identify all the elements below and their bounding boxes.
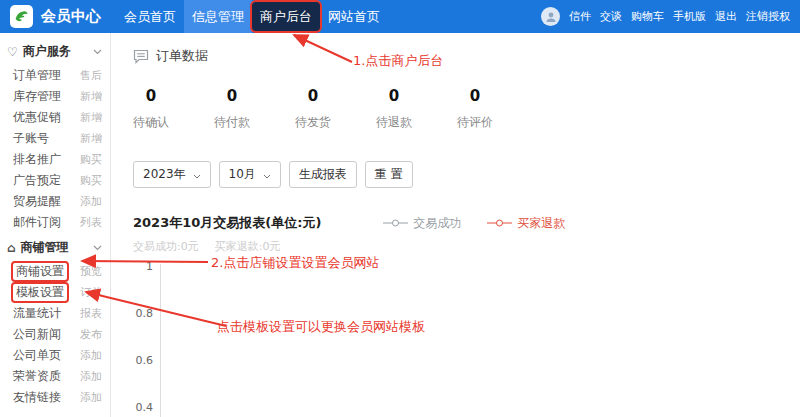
sidebar-item-label: 流量统计 [13, 305, 61, 322]
sidebar-item-2-4[interactable]: 公司新闻发布 [0, 324, 110, 345]
sidebar-item-1-6[interactable]: 广告预定购买 [0, 170, 110, 191]
sidebar-item-2-7[interactable]: 友情链接添加 [0, 387, 110, 408]
sidebar-item-tag[interactable]: 新增 [80, 89, 102, 104]
topbar-link-6[interactable]: 注销授权 [746, 9, 790, 24]
stat-item-4: 0待退款 [376, 87, 412, 131]
stat-value: 0 [376, 87, 412, 105]
sidebar-item-tag[interactable]: 预览 [80, 264, 102, 279]
sidebar-item-1-4[interactable]: 子账号新增 [0, 128, 110, 149]
top-nav-item-1[interactable]: 会员首页 [116, 0, 184, 33]
sidebar-item-tag[interactable]: 报表 [80, 306, 102, 321]
sidebar-item-label: 子账号 [13, 130, 49, 147]
sidebar-item-1-2[interactable]: 库存管理新增 [0, 86, 110, 107]
logo-swoosh-icon [13, 8, 30, 25]
order-data-icon [133, 49, 149, 64]
sidebar-section-header-1[interactable]: ♡商户服务 [0, 37, 110, 65]
sidebar-section-title: 商户服务 [23, 43, 71, 60]
sidebar-section-header-2[interactable]: ⌂商铺管理 [0, 233, 110, 261]
sidebar-item-1-3[interactable]: 优惠促销新增 [0, 107, 110, 128]
shop-icon: ⌂ [7, 242, 16, 254]
stat-label: 待评价 [457, 114, 493, 131]
chart-total-1: 交易成功:0元 [133, 239, 199, 254]
topbar-link-5[interactable]: 退出 [715, 9, 737, 24]
section-title: 订单数据 [156, 47, 208, 65]
y-axis-tick: 1 [133, 260, 153, 273]
stat-label: 待发货 [295, 114, 331, 131]
stat-value: 0 [133, 87, 169, 105]
stat-value: 0 [457, 87, 493, 105]
chart-total-2: 买家退款:0元 [215, 239, 281, 254]
sidebar-item-tag[interactable]: 购买 [80, 152, 102, 167]
sidebar-item-2-5[interactable]: 公司单页添加 [0, 345, 110, 366]
sidebar-item-label: 公司单页 [13, 347, 61, 364]
sidebar-item-1-5[interactable]: 排名推广购买 [0, 149, 110, 170]
year-select-value: 2023年 [143, 166, 186, 183]
topbar-link-3[interactable]: 购物车 [631, 9, 664, 24]
stat-label: 待退款 [376, 114, 412, 131]
logo-icon [10, 5, 33, 28]
sidebar-item-label: 邮件订阅 [13, 214, 61, 231]
chevron-down-icon [93, 245, 102, 251]
year-select[interactable]: 2023年 [133, 161, 211, 188]
order-data-header: 订单数据 [133, 47, 780, 65]
stat-value: 0 [295, 87, 331, 105]
sidebar-item-2-1[interactable]: 商铺设置预览 [0, 261, 110, 282]
sidebar-item-2-6[interactable]: 荣誉资质添加 [0, 366, 110, 387]
sidebar-item-label: 友情链接 [13, 389, 61, 406]
topbar-link-2[interactable]: 交谈 [600, 9, 622, 24]
sidebar-item-tag[interactable]: 添加 [80, 369, 102, 384]
annotation-note-2: 2.点击店铺设置设置会员网站 [211, 254, 379, 272]
stat-value: 0 [214, 87, 250, 105]
person-icon [545, 11, 557, 23]
sidebar-item-label: 订单管理 [13, 67, 61, 84]
chart-legend: 交易成功买家退款 [383, 215, 565, 232]
chart-title: 2023年10月交易报表(单位:元) [133, 214, 321, 232]
chevron-down-icon [93, 49, 102, 55]
sidebar-item-tag[interactable]: 新增 [80, 131, 102, 146]
sidebar-item-1-7[interactable]: 贸易提醒添加 [0, 191, 110, 212]
top-nav: 会员首页信息管理商户后台网站首页 [116, 0, 388, 33]
sidebar-item-tag[interactable]: 添加 [80, 390, 102, 405]
chart-header: 2023年10月交易报表(单位:元) 交易成功买家退款 [133, 214, 780, 232]
y-axis-line [160, 264, 161, 417]
avatar[interactable] [541, 7, 560, 26]
sidebar-item-label: 模板设置 [13, 284, 67, 301]
topbar-link-4[interactable]: 手机版 [673, 9, 706, 24]
legend-mark-icon [487, 218, 512, 228]
stat-label: 待付款 [214, 114, 250, 131]
sidebar-item-label: 贸易提醒 [13, 193, 61, 210]
topbar-link-1[interactable]: 信件 [569, 9, 591, 24]
topbar: 会员中心 会员首页信息管理商户后台网站首页 信件交谈购物车手机版退出注销授权 [0, 0, 800, 33]
y-axis-tick: 0.8 [133, 307, 153, 320]
sidebar-item-tag[interactable]: 添加 [80, 194, 102, 209]
sidebar-item-tag[interactable]: 订单 [80, 285, 102, 300]
sidebar-item-2-3[interactable]: 流量统计报表 [0, 303, 110, 324]
sidebar-item-label: 公司新闻 [13, 326, 61, 343]
sidebar-item-tag[interactable]: 购买 [80, 173, 102, 188]
legend-mark-icon [383, 218, 408, 228]
sidebar-item-1-8[interactable]: 邮件订阅列表 [0, 212, 110, 233]
legend-item-1[interactable]: 交易成功 [383, 215, 461, 232]
top-nav-item-2[interactable]: 信息管理 [184, 0, 252, 33]
stat-item-5: 0待评价 [457, 87, 493, 131]
month-select[interactable]: 10月 [219, 161, 281, 188]
sidebar-item-tag[interactable]: 售后 [80, 68, 102, 83]
reset-button[interactable]: 重 置 [365, 161, 413, 188]
sidebar-item-tag[interactable]: 新增 [80, 110, 102, 125]
stat-item-1: 0待确认 [133, 87, 169, 131]
sidebar-item-tag[interactable]: 添加 [80, 348, 102, 363]
generate-report-button[interactable]: 生成报表 [289, 161, 357, 188]
legend-label: 买家退款 [517, 215, 565, 232]
top-nav-item-3[interactable]: 商户后台 [252, 2, 320, 31]
y-axis-tick: 0.6 [133, 354, 153, 367]
sidebar-item-tag[interactable]: 发布 [80, 327, 102, 342]
stat-item-2: 0待付款 [214, 87, 250, 131]
top-nav-item-4[interactable]: 网站首页 [320, 0, 388, 33]
sidebar-item-2-2[interactable]: 模板设置订单 [0, 282, 110, 303]
stat-label: 待确认 [133, 114, 169, 131]
legend-item-2[interactable]: 买家退款 [487, 215, 565, 232]
sidebar-item-1-1[interactable]: 订单管理售后 [0, 65, 110, 86]
annotation-note-1: 1.点击商户后台 [353, 52, 443, 70]
sidebar-item-tag[interactable]: 列表 [80, 215, 102, 230]
service-icon: ♡ [7, 46, 18, 58]
